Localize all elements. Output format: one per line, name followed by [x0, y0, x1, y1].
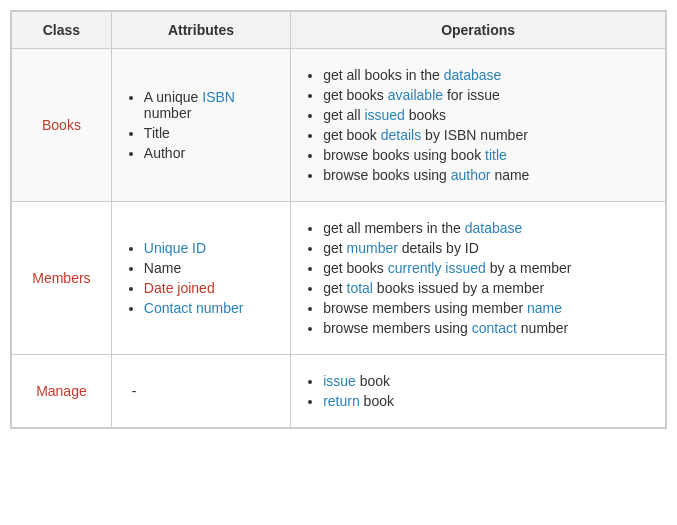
operation-item: get all books in the database — [323, 67, 653, 83]
table-row: BooksA unique ISBN numberTitleAuthorget … — [12, 49, 666, 202]
attributes-cell: Unique IDNameDate joinedContact number — [111, 202, 290, 355]
main-table-container: Class Attributes Operations BooksA uniqu… — [10, 10, 667, 429]
operation-item: get books available for issue — [323, 87, 653, 103]
attribute-item: Author — [144, 145, 278, 161]
operation-item: get all issued books — [323, 107, 653, 123]
table-row: Manage-issue bookreturn book — [12, 355, 666, 428]
header-row: Class Attributes Operations — [12, 12, 666, 49]
operation-item: return book — [323, 393, 653, 409]
attribute-item: Name — [144, 260, 278, 276]
header-operations: Operations — [291, 12, 666, 49]
header-class: Class — [12, 12, 112, 49]
operation-item: get total books issued by a member — [323, 280, 653, 296]
attribute-item: Unique ID — [144, 240, 278, 256]
operation-item: get all members in the database — [323, 220, 653, 236]
operations-cell: get all members in the databaseget mumbe… — [291, 202, 666, 355]
header-attributes: Attributes — [111, 12, 290, 49]
attributes-cell: - — [111, 355, 290, 428]
attributes-cell: A unique ISBN numberTitleAuthor — [111, 49, 290, 202]
operation-item: browse books using author name — [323, 167, 653, 183]
operations-cell: get all books in the databaseget books a… — [291, 49, 666, 202]
operation-item: get book details by ISBN number — [323, 127, 653, 143]
class-cell: Members — [12, 202, 112, 355]
class-cell: Books — [12, 49, 112, 202]
attribute-item: A unique ISBN number — [144, 89, 278, 121]
operation-item: get books currently issued by a member — [323, 260, 653, 276]
attribute-item: Date joined — [144, 280, 278, 296]
operation-item: get mumber details by ID — [323, 240, 653, 256]
attribute-item: Contact number — [144, 300, 278, 316]
operation-item: browse members using contact number — [323, 320, 653, 336]
operation-item: browse members using member name — [323, 300, 653, 316]
class-cell: Manage — [12, 355, 112, 428]
operation-item: browse books using book title — [323, 147, 653, 163]
operation-item: issue book — [323, 373, 653, 389]
class-table: Class Attributes Operations BooksA uniqu… — [11, 11, 666, 428]
operations-cell: issue bookreturn book — [291, 355, 666, 428]
attribute-item: Title — [144, 125, 278, 141]
table-row: MembersUnique IDNameDate joinedContact n… — [12, 202, 666, 355]
